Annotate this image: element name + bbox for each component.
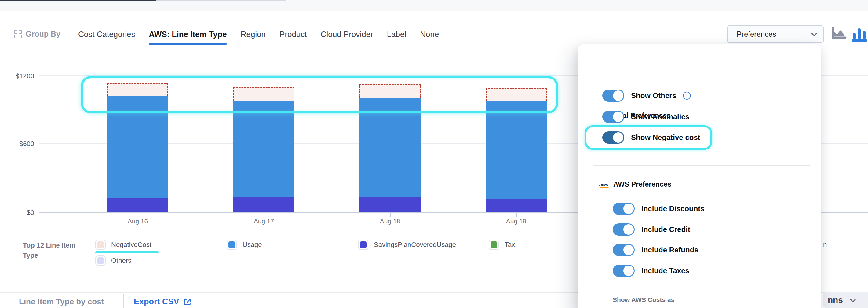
tab-cost-categories[interactable]: Cost Categories: [78, 30, 135, 44]
tab-aws-line-item-type[interactable]: AWS: Line Item Type: [149, 30, 227, 44]
x-axis-tick: [264, 213, 265, 217]
toggle-row-show-negative-cost: Show Negative cost: [602, 131, 700, 144]
top-progress-strip-secondary: [156, 0, 285, 1]
area-chart-icon[interactable]: [832, 27, 847, 41]
panel-divider: [592, 165, 810, 165]
preferences-dropdown-button[interactable]: Preferences: [727, 25, 824, 43]
negativecost-swatch: [95, 240, 106, 250]
info-icon[interactable]: i: [683, 92, 691, 100]
preferences-button-label: Preferences: [737, 30, 776, 38]
tab-none[interactable]: None: [420, 30, 439, 44]
toggle-row-include-credit: Include Credit: [613, 223, 690, 236]
tax-swatch: [489, 240, 499, 250]
bar-segment-usage: [486, 100, 547, 199]
show-aws-costs-as-label: Show AWS Costs as: [613, 296, 674, 303]
preferences-panel: General Preferences Show Others i Show A…: [578, 44, 821, 308]
toggle-row-show-anomalies: Show Anomalies: [602, 111, 689, 123]
x-axis-label: Aug 18: [369, 218, 411, 225]
tab-cloud-provider[interactable]: Cloud Provider: [321, 30, 373, 44]
usage-swatch: [227, 240, 237, 250]
active-tab-underline: [149, 43, 227, 44]
include-discounts-toggle[interactable]: [613, 203, 635, 215]
bar-segment-savingsplancoveredusage: [233, 197, 294, 212]
group-by-grid-icon: [14, 30, 22, 38]
legend-item-others[interactable]: Others: [95, 255, 131, 266]
chevron-down-icon: [811, 31, 817, 36]
export-csv-link[interactable]: Export CSV: [134, 297, 192, 306]
legend-cutoff-fragment: n: [823, 241, 827, 249]
toggle-row-include-taxes: Include Taxes: [613, 265, 689, 277]
y-axis-label-600: $600: [9, 140, 34, 148]
group-by-tabs: Cost Categories AWS: Line Item Type Regi…: [78, 30, 439, 44]
cost-analytics-screen: Group By Cost Categories AWS: Line Item …: [0, 0, 868, 308]
toggle-row-show-others: Show Others i: [602, 90, 691, 102]
legend-item-negativecost[interactable]: NegativeCost: [95, 240, 152, 250]
x-axis-label: Aug 17: [243, 218, 285, 225]
tab-product[interactable]: Product: [279, 30, 307, 44]
group-by-label: Group By: [26, 30, 60, 38]
top-progress-strip: [0, 0, 156, 1]
legend-negativecost-highlight-underline: [95, 251, 158, 253]
bar-segment-savingsplancoveredusage: [360, 197, 421, 212]
group-by-label-group: Group By: [14, 30, 60, 38]
legend-item-tax[interactable]: Tax: [489, 240, 515, 250]
show-anomalies-toggle[interactable]: [602, 111, 624, 123]
savingsplancoveredusage-swatch: [358, 240, 368, 250]
include-taxes-toggle[interactable]: [613, 265, 635, 277]
footer-vertical-divider: [123, 294, 124, 308]
x-axis-label: Aug 19: [495, 218, 537, 225]
show-others-toggle[interactable]: [602, 90, 624, 102]
chevron-down-icon: [850, 297, 856, 302]
table-section-title: Line Item Type by cost: [19, 297, 104, 306]
bar-segment-savingsplancoveredusage: [486, 199, 547, 212]
card-left-border: [8, 11, 9, 308]
y-axis-label-0: $0: [9, 209, 34, 217]
x-axis-label: Aug 16: [116, 218, 159, 225]
x-axis-tick: [390, 213, 391, 217]
y-axis-label-1200: $1200: [9, 72, 34, 80]
tab-region[interactable]: Region: [241, 30, 266, 44]
negative-cost-highlight-box: [81, 76, 558, 113]
bar-segment-usage: [233, 101, 294, 197]
x-axis-tick: [138, 213, 138, 217]
toggle-row-include-discounts: Include Discounts: [613, 203, 705, 215]
bar-segment-savingsplancoveredusage: [107, 198, 168, 212]
legend-title: Top 12 Line Item Type: [23, 240, 87, 260]
toggle-row-include-refunds: Include Refunds: [613, 244, 699, 256]
legend-item-usage[interactable]: Usage: [227, 240, 262, 250]
columns-dropdown-cutoff[interactable]: nns: [823, 292, 868, 308]
external-link-icon: [184, 298, 192, 306]
top-band: [0, 0, 868, 11]
include-refunds-toggle[interactable]: [613, 244, 635, 256]
tab-label[interactable]: Label: [387, 30, 406, 44]
include-credit-toggle[interactable]: [613, 223, 635, 236]
show-negative-cost-toggle[interactable]: [602, 131, 624, 144]
bar-chart-icon[interactable]: [851, 27, 867, 41]
aws-preferences-heading: aws AWS Preferences: [599, 180, 671, 188]
others-swatch: [95, 255, 106, 266]
active-chart-type-underline: [851, 39, 867, 41]
x-axis-tick: [516, 213, 517, 217]
legend-item-savingsplancoveredusage[interactable]: SavingsPlanCoveredUsage: [358, 240, 456, 250]
aws-logo-icon: aws: [599, 180, 610, 188]
